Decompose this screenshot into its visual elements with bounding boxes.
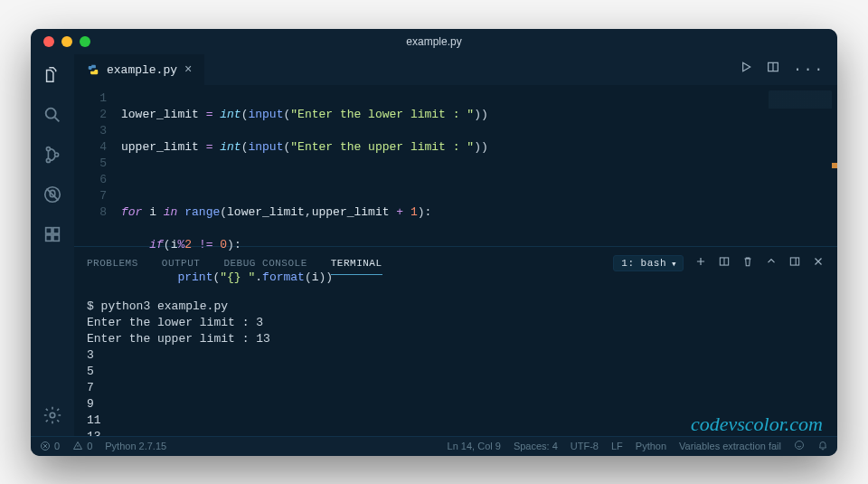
- window-body: example.py × ··· 1 2 3: [31, 54, 837, 436]
- svg-rect-6: [53, 227, 59, 233]
- svg-point-3: [55, 152, 59, 156]
- svg-point-2: [46, 158, 50, 162]
- editor-tabs: example.py × ···: [74, 54, 837, 85]
- svg-point-9: [50, 413, 55, 418]
- minimap[interactable]: [769, 90, 832, 127]
- settings-gear-icon[interactable]: [41, 403, 64, 427]
- notifications-bell-icon[interactable]: [817, 440, 828, 452]
- main-column: example.py × ··· 1 2 3: [74, 54, 837, 436]
- svg-rect-8: [53, 234, 59, 240]
- python-file-icon: [87, 63, 99, 76]
- tab-close-icon[interactable]: ×: [184, 63, 192, 76]
- status-cursor-pos[interactable]: Ln 14, Col 9: [448, 441, 501, 451]
- split-editor-icon[interactable]: [766, 60, 780, 79]
- svg-point-0: [46, 108, 56, 118]
- code-editor[interactable]: 1 2 3 4 5 6 7 8 lower_limit = int(input(…: [74, 85, 837, 246]
- overview-ruler-marker: [832, 163, 837, 168]
- svg-point-1: [46, 147, 50, 150]
- status-encoding[interactable]: UTF-8: [571, 441, 599, 451]
- run-icon[interactable]: [739, 60, 753, 79]
- window-title: example.py: [31, 35, 837, 48]
- svg-rect-5: [46, 227, 52, 233]
- feedback-smiley-icon[interactable]: [794, 440, 805, 452]
- extensions-icon[interactable]: [41, 223, 64, 246]
- svg-point-14: [796, 441, 804, 450]
- watermark-text: codevscolor.com: [691, 416, 823, 432]
- svg-rect-7: [46, 234, 52, 240]
- explorer-icon[interactable]: [41, 63, 64, 87]
- search-icon[interactable]: [41, 103, 64, 127]
- tab-label: example.py: [107, 63, 177, 77]
- status-errors[interactable]: 0: [40, 441, 60, 451]
- status-warnings[interactable]: 0: [72, 441, 92, 451]
- tab-example-py[interactable]: example.py ×: [74, 54, 204, 85]
- debug-icon[interactable]: [41, 183, 64, 206]
- status-indent[interactable]: Spaces: 4: [514, 441, 558, 451]
- status-python-version[interactable]: Python 2.7.15: [105, 441, 166, 451]
- editor-actions: ···: [739, 54, 837, 85]
- status-bar: 0 0 Python 2.7.15 Ln 14, Col 9 Spaces: 4…: [31, 436, 837, 456]
- status-eol[interactable]: LF: [611, 441, 623, 451]
- editor-window: example.py: [31, 29, 837, 456]
- code-content[interactable]: lower_limit = int(input("Enter the lower…: [121, 90, 837, 246]
- terminal-selector[interactable]: 1: bash ▾: [613, 255, 684, 271]
- bottom-panel: PROBLEMS OUTPUT DEBUG CONSOLE TERMINAL 1…: [74, 246, 837, 436]
- status-message[interactable]: Variables extraction fail: [679, 441, 781, 451]
- titlebar: example.py: [31, 29, 837, 54]
- status-language[interactable]: Python: [636, 441, 666, 451]
- more-actions-icon[interactable]: ···: [793, 62, 825, 78]
- source-control-icon[interactable]: [41, 143, 64, 166]
- activity-bar: [31, 54, 74, 436]
- terminal-output[interactable]: $ python3 example.py Enter the lower lim…: [74, 275, 837, 436]
- line-gutter: 1 2 3 4 5 6 7 8: [74, 90, 121, 246]
